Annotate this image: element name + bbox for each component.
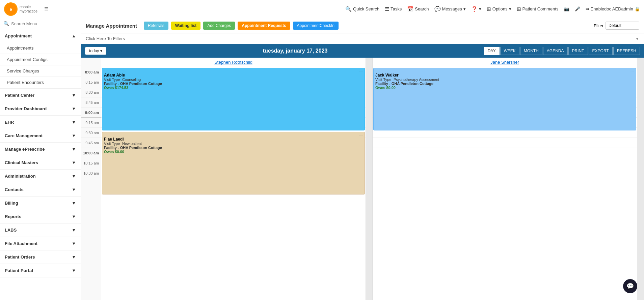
help-icon: ❓ — [471, 6, 478, 12]
referrals-button[interactable]: Referrals — [144, 22, 168, 30]
time-slot-915: 9:15 am — [81, 118, 101, 128]
sidebar-header-patient-portal[interactable]: Patient Portal ▼ — [0, 264, 81, 277]
appointment-checkin-button[interactable]: AppointmentCheckIn — [293, 22, 339, 30]
col-separator-2 — [637, 58, 644, 67]
sidebar-header-manage-eprescribe[interactable]: Manage ePrescribe ▼ — [0, 143, 81, 156]
chevron-down-icon10: ▼ — [72, 214, 76, 219]
sidebar-header-care-management[interactable]: Care Management ▼ — [0, 129, 81, 142]
gray-cell-1 — [366, 67, 372, 178]
appointment-adam-able[interactable]: ···· Adam Able Visit Type- Counseling Fa… — [102, 68, 365, 130]
sidebar-label-appointment: Appointment — [5, 33, 32, 38]
view-print-button[interactable]: PRINT — [568, 47, 588, 55]
sidebar-header-file-attachment[interactable]: File Attachment ▼ — [0, 237, 81, 250]
sidebar-header-contacts[interactable]: Contacts ▼ — [0, 183, 81, 196]
time-slot-845: 8:45 am — [81, 97, 101, 108]
add-charges-button[interactable]: Add Charges — [203, 22, 235, 30]
user-lock-icon: 🔒 — [635, 6, 640, 11]
sidebar-search-box[interactable]: 🔍 — [0, 18, 81, 29]
filter-row-text[interactable]: Click Here To Filters — [86, 36, 125, 41]
manage-appointment-title: Manage Appointment — [86, 23, 137, 29]
logo-area[interactable]: e enable mypractice — [4, 2, 37, 16]
sidebar-item-appointment-configs[interactable]: Appointment Configs — [0, 54, 81, 65]
sidebar-label-patient-portal: Patient Portal — [5, 268, 33, 273]
sidebar-item-service-charges[interactable]: Service Charges — [0, 65, 81, 77]
sidebar-header-patient-orders[interactable]: Patient Orders ▼ — [0, 250, 81, 264]
search-menu-input[interactable] — [11, 21, 77, 26]
sidebar-item-appointments[interactable]: Appointments — [0, 42, 81, 54]
help-link[interactable]: ❓ ▾ — [471, 6, 481, 12]
filter-input[interactable] — [606, 22, 639, 30]
search-label: Search — [415, 6, 429, 11]
appt-owes-adam: Owes $174.53 — [104, 86, 363, 90]
search-icon: 🔍 — [345, 6, 352, 12]
patient-comments-icon: ⊞ — [517, 6, 521, 12]
time-slot-800: 8:00 am — [81, 67, 101, 77]
svg-text:e: e — [9, 7, 12, 12]
filter-area: Filter — [594, 22, 639, 30]
hamburger-menu[interactable]: ≡ — [44, 5, 48, 13]
appointment-jack-walker[interactable]: ···· Jack Walker Visit Type- Psychothera… — [373, 68, 636, 130]
sidebar-header-clinical-masters[interactable]: Clinical Masters ▼ — [0, 156, 81, 169]
sidebar-section-provider-dashboard: Provider Dashboard ▼ — [0, 102, 81, 116]
top-navigation: e enable mypractice ≡ 🔍 Quick Search ☰ T… — [0, 0, 644, 18]
options-link[interactable]: ⊞ Options ▾ — [487, 6, 511, 12]
quick-search-link[interactable]: 🔍 Quick Search — [345, 6, 379, 12]
patient-comments-link[interactable]: ⊞ Patient Comments — [517, 6, 559, 12]
search-link[interactable]: 📅 Search — [407, 6, 429, 12]
tasks-icon: ☰ — [385, 6, 389, 12]
chevron-down-icon8: ▼ — [72, 187, 76, 192]
appt-name-adam: Adam Able — [104, 73, 363, 78]
calendar-date-title: tuesday, january 17, 2023 — [110, 48, 480, 54]
view-export-button[interactable]: EXPORT — [589, 47, 613, 55]
time-slot-815: 8:15 am — [81, 77, 101, 87]
cell-p2-1030[interactable] — [373, 168, 637, 178]
calendar-body: 8:00 am 8:15 am 8:30 am 8:45 am 9:00 am … — [81, 67, 644, 300]
appt-dots-2: ···· — [104, 133, 363, 137]
chevron-down-icon: ▼ — [72, 93, 76, 98]
sidebar-section-reports: Reports ▼ — [0, 210, 81, 223]
sidebar-header-appointment[interactable]: Appointment ▲ — [0, 29, 81, 42]
sidebar-header-patient-center[interactable]: Patient Center ▼ — [0, 89, 81, 102]
view-month-button[interactable]: MONTH — [520, 47, 542, 55]
mic-icon-link[interactable]: 🎤 — [575, 6, 580, 11]
sidebar-label-reports: Reports — [5, 214, 21, 219]
cell-p2-1000[interactable] — [373, 148, 637, 158]
sidebar-section-billing: Billing ▼ — [0, 197, 81, 210]
chevron-down-icon9: ▼ — [72, 201, 76, 206]
sidebar-header-ehr[interactable]: EHR ▼ — [0, 116, 81, 129]
user-menu[interactable]: ➡ Enabledoc AEDadmin 🔒 — [586, 6, 640, 11]
video-icon-link[interactable]: 📷 — [564, 6, 569, 11]
view-day-button[interactable]: DAY — [484, 47, 500, 55]
view-week-button[interactable]: WEEK — [500, 47, 519, 55]
sidebar-label-clinical-masters: Clinical Masters — [5, 160, 38, 165]
waiting-list-button[interactable]: Waiting list — [171, 22, 201, 30]
appt-visit-adam: Visit Type- Counseling — [104, 78, 363, 82]
sidebar-item-patient-encounters[interactable]: Patient Encounters — [0, 77, 81, 88]
tasks-link[interactable]: ☰ Tasks — [385, 6, 402, 12]
cell-p2-1015[interactable] — [373, 158, 637, 168]
sidebar-header-reports[interactable]: Reports ▼ — [0, 210, 81, 223]
provider-header-2[interactable]: Jane Shersher — [373, 58, 637, 67]
appt-dots-1: ···· — [104, 69, 363, 73]
messages-link[interactable]: 💬 Messages ▾ — [434, 6, 466, 12]
sidebar-section-patient-portal: Patient Portal ▼ — [0, 264, 81, 277]
manage-appointment-header: Manage Appointment Referrals Waiting lis… — [81, 18, 644, 33]
chat-bubble-button[interactable]: 💬 — [623, 279, 637, 293]
today-button[interactable]: today ▾ — [85, 47, 106, 55]
appointment-requests-button[interactable]: Appointment Requests — [238, 22, 290, 30]
cell-p2-945[interactable] — [373, 138, 637, 148]
sidebar-header-labs[interactable]: LABS ▼ — [0, 223, 81, 237]
appt-dots-3: ···· — [375, 69, 634, 73]
provider-header-1[interactable]: Stephen Rothschild — [101, 58, 366, 67]
sidebar-label-manage-eprescribe: Manage ePrescribe — [5, 147, 45, 152]
view-agenda-button[interactable]: AGENDA — [543, 47, 568, 55]
appointment-flae-laedl[interactable]: ···· Flae Laedl Visit Type- New patient … — [102, 132, 365, 194]
sidebar-header-administration[interactable]: Administration ▼ — [0, 170, 81, 183]
sidebar-subitem-appointments: Appointments — [7, 46, 34, 51]
sidebar-header-billing[interactable]: Billing ▼ — [0, 197, 81, 210]
sidebar-header-provider-dashboard[interactable]: Provider Dashboard ▼ — [0, 102, 81, 115]
sidebar-subitem-service-charges: Service Charges — [7, 68, 39, 73]
filter-row[interactable]: Click Here To Filters ▼ — [81, 33, 644, 44]
view-refresh-button[interactable]: REFRESH — [613, 47, 640, 55]
sidebar-subitem-patient-encounters: Patient Encounters — [7, 80, 44, 85]
